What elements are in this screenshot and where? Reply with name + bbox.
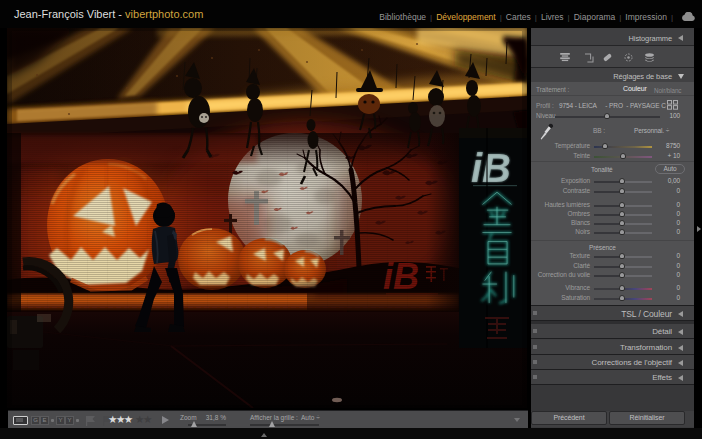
svg-text:iB: iB <box>471 146 511 190</box>
